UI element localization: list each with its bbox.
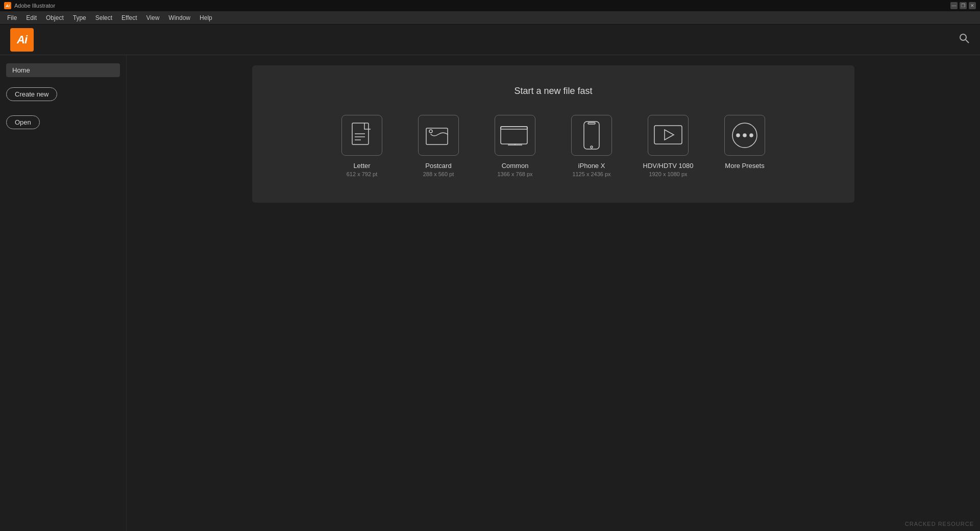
preset-hdtv-name: HDV/HDTV 1080 [643,162,694,170]
titlebar-title: Adobe Illustrator [14,3,55,9]
titlebar-app-icon: Ai [4,2,11,9]
preset-iphone-icon [571,115,612,156]
ai-logo: Ai [10,28,34,52]
svg-rect-15 [654,126,682,144]
svg-marker-16 [665,130,674,140]
minimize-button[interactable]: — [950,2,958,9]
menu-select[interactable]: Select [91,13,116,23]
titlebar: Ai Adobe Illustrator — ❐ ✕ [0,0,980,11]
preset-iphone[interactable]: iPhone X 1125 x 2436 px [564,115,620,177]
preset-common[interactable]: Common 1366 x 768 px [487,115,543,177]
preset-more[interactable]: More Presets [717,115,773,171]
home-tab[interactable]: Home [6,63,120,77]
menu-view[interactable]: View [142,13,164,23]
svg-rect-12 [584,122,599,149]
preset-common-name: Common [502,162,529,170]
titlebar-controls: — ❐ ✕ [950,2,976,9]
preset-postcard-name: Postcard [425,162,451,170]
preset-common-icon [495,115,535,156]
new-file-panel: Start a new file fast Letter 6 [252,65,854,203]
preset-iphone-size: 1125 x 2436 px [572,171,610,177]
menu-edit[interactable]: Edit [22,13,41,23]
watermark: CRACKED RESOURCE [905,521,974,527]
menubar: File Edit Object Type Select Effect View… [0,11,980,25]
restore-button[interactable]: ❐ [960,2,967,9]
main-layout: Home Create new Open Start a new file fa… [0,55,980,531]
menu-help[interactable]: Help [195,13,216,23]
sidebar: Home Create new Open [0,55,127,531]
preset-hdtv[interactable]: HDV/HDTV 1080 1920 x 1080 px [640,115,696,177]
app-header: Ai [0,25,980,55]
svg-point-19 [743,134,746,137]
search-icon[interactable] [959,33,970,46]
svg-line-1 [966,40,969,43]
svg-point-18 [737,134,740,137]
svg-rect-13 [588,123,595,124]
content-area: Start a new file fast Letter 6 [127,55,980,531]
menu-window[interactable]: Window [164,13,194,23]
create-new-button[interactable]: Create new [6,87,57,101]
preset-postcard-icon [418,115,459,156]
preset-common-size: 1366 x 768 px [497,171,532,177]
menu-type[interactable]: Type [69,13,90,23]
preset-letter[interactable]: Letter 612 x 792 pt [334,115,390,177]
menu-object[interactable]: Object [42,13,68,23]
preset-letter-size: 612 x 792 pt [347,171,378,177]
preset-more-name: More Presets [725,162,764,170]
svg-point-0 [960,34,966,40]
presets-row: Letter 612 x 792 pt Postcard 288 x 560 p… [334,115,773,177]
menu-file[interactable]: File [3,13,21,23]
titlebar-left: Ai Adobe Illustrator [4,2,55,9]
panel-title: Start a new file fast [514,86,592,96]
open-button[interactable]: Open [6,115,40,129]
svg-point-7 [429,130,432,133]
preset-iphone-name: iPhone X [578,162,605,170]
close-button[interactable]: ✕ [969,2,976,9]
preset-postcard[interactable]: Postcard 288 x 560 pt [410,115,467,177]
menu-effect[interactable]: Effect [117,13,141,23]
preset-postcard-size: 288 x 560 pt [423,171,454,177]
svg-point-14 [591,146,593,148]
preset-letter-icon [341,115,382,156]
preset-hdtv-icon [648,115,689,156]
preset-more-icon [724,115,765,156]
preset-letter-name: Letter [353,162,370,170]
svg-point-20 [750,134,753,137]
preset-hdtv-size: 1920 x 1080 px [649,171,687,177]
svg-rect-9 [501,127,527,129]
sidebar-buttons: Create new Open [6,87,120,129]
